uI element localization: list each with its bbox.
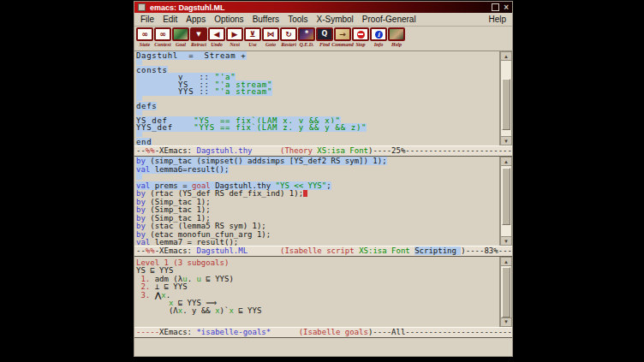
code-line — [136, 95, 499, 102]
menu-options[interactable]: Options — [214, 15, 243, 24]
scrollbar-trough[interactable] — [500, 266, 512, 317]
toolbar-restart-button[interactable]: ↻Restart — [280, 27, 297, 47]
goals-buffer-pane: Level 1 (3 subgoals)YS ⊑ YYS 1. adm (λu.… — [134, 257, 512, 327]
toolbar-command-button[interactable]: →Command — [334, 27, 351, 47]
menu-buffers[interactable]: Buffers — [253, 15, 280, 24]
toolbar-next-button[interactable]: ▶Next — [226, 27, 243, 47]
scrollbar-thumb[interactable] — [502, 79, 510, 130]
code-line: 1. adm (λu. u ⊑ YYS) — [136, 276, 499, 283]
toolbar-button-label: Context — [154, 42, 170, 47]
toolbar-button-label: Use — [248, 42, 256, 47]
maximize-button[interactable] — [492, 3, 499, 11]
emacs-window: emacs: Dagstuhl.ML × FileEditAppsOptions… — [134, 1, 513, 357]
command-icon: → — [334, 27, 351, 41]
toolbar-button-label: Find — [319, 42, 330, 47]
scroll-down-icon[interactable]: ▼ — [500, 136, 512, 145]
toolbar-qed-button[interactable]: *Q.E.D. — [298, 27, 315, 47]
menu-proof-general[interactable]: Proof-General — [362, 15, 416, 24]
toolbar-undo-button[interactable]: ◀Undo — [208, 27, 225, 47]
toolbar-info-button[interactable]: iInfo — [370, 27, 387, 47]
titlebar[interactable]: emacs: Dagstuhl.ML × — [134, 2, 512, 13]
toolbar-button-label: Goto — [265, 42, 276, 47]
toolbar-button-label: Command — [331, 42, 354, 47]
echo-area[interactable] — [134, 338, 512, 356]
window-menu-icon[interactable] — [138, 3, 146, 11]
menu-edit[interactable]: Edit — [163, 15, 177, 24]
scroll-up-icon[interactable]: ▲ — [500, 51, 512, 61]
region-highlight-stub — [136, 59, 142, 65]
toolbar-state-button[interactable]: ∞State — [136, 27, 153, 47]
toolbar-find-button[interactable]: QFind — [316, 27, 333, 47]
toolbar-button-label: Restart — [281, 42, 296, 47]
code-line: YYS_def "YYS == fix`(LAM z. y && y && z)… — [136, 124, 499, 131]
help-icon — [388, 27, 405, 41]
region-highlight-stub — [136, 131, 142, 137]
script-scrollbar: ▲ ▼ — [499, 157, 512, 246]
code-line: end — [136, 139, 499, 145]
toolbar: ∞State∞ContextGoal▼Retract◀Undo▶Next⊻Use… — [134, 27, 512, 50]
goals-scrollbar: ▲ ▼ — [499, 257, 512, 327]
modeline-goals: -----XEmacs: *isabelle-goals* (Isabelle … — [134, 327, 512, 338]
code-line: 2. ⊥ ⊑ YYS — [136, 283, 499, 291]
menu-x-symbol[interactable]: X-Symbol — [316, 15, 353, 24]
scroll-up-icon[interactable]: ▲ — [500, 157, 512, 166]
toolbar-use-button[interactable]: ⊻Use — [244, 27, 261, 47]
script-buffer-text[interactable]: by (simp_tac (simpset() addsimps [YS_def… — [134, 157, 499, 246]
scroll-up-icon[interactable]: ▲ — [500, 257, 512, 266]
menu-tools[interactable]: Tools — [288, 15, 307, 24]
next-icon: ▶ — [226, 27, 243, 41]
modeline-script: --%%-XEmacs: Dagstuhl.ML (Isabelle scrip… — [134, 246, 512, 257]
code-line: val lemma7 = result(); — [136, 239, 499, 246]
qed-icon: * — [298, 27, 315, 41]
scroll-down-icon[interactable]: ▼ — [500, 317, 512, 327]
menu-apps[interactable]: Apps — [186, 15, 206, 24]
toolbar-retract-button[interactable]: ▼Retract — [190, 27, 207, 47]
code-line: YYS :: "'a stream" — [136, 88, 499, 95]
toolbar-button-label: Undo — [211, 42, 223, 47]
text-cursor — [303, 190, 307, 197]
region-highlight-stub — [136, 110, 142, 116]
use-icon: ⊻ — [244, 27, 261, 41]
theory-buffer-pane: Dagstuhl = Stream +consts y :: "'a" YS :… — [134, 50, 512, 145]
code-line: (Λx. y && x)`x ⊑ YYS — [136, 307, 499, 315]
code-line: Dagstuhl = Stream + — [136, 52, 499, 59]
code-line: Level 1 (3 subgoals) — [136, 259, 499, 267]
modeline-theory: --%%-XEmacs: Dagstuhl.thy (Theory XS:isa… — [134, 145, 512, 157]
find-icon: Q — [316, 27, 333, 41]
toolbar-goal-button[interactable]: Goal — [172, 27, 189, 47]
scrollbar-trough[interactable] — [500, 166, 512, 236]
goals-buffer-text[interactable]: Level 1 (3 subgoals)YS ⊑ YYS 1. adm (λu.… — [134, 257, 499, 327]
menubar: FileEditAppsOptionsBuffersToolsX-SymbolP… — [134, 13, 512, 27]
menu-help[interactable]: Help — [488, 15, 506, 24]
menu-file[interactable]: File — [140, 15, 154, 24]
theory-scrollbar: ▲ ▼ — [499, 51, 512, 145]
scrollbar-thumb[interactable] — [502, 168, 510, 226]
scroll-down-icon[interactable]: ▼ — [500, 236, 512, 246]
scrollbar-trough[interactable] — [500, 61, 512, 136]
toolbar-goto-button[interactable]: ⋈Goto — [262, 27, 279, 47]
retract-icon: ▼ — [190, 27, 207, 41]
scrollbar-thumb[interactable] — [502, 267, 510, 318]
toolbar-button-label: Info — [374, 42, 384, 47]
code-line — [136, 59, 499, 66]
window-title: emacs: Dagstuhl.ML — [150, 3, 225, 12]
toolbar-button-label: Goal — [176, 42, 186, 47]
stop-icon — [352, 27, 369, 41]
code-line: defs — [136, 103, 499, 110]
toolbar-button-label: Next — [230, 42, 240, 47]
code-line: val lemma6=result(); — [136, 166, 499, 175]
toolbar-button-label: State — [140, 42, 150, 47]
toolbar-button-label: Q.E.D. — [299, 42, 313, 47]
code-line — [136, 131, 499, 138]
close-button[interactable]: × — [504, 4, 509, 10]
toolbar-stop-button[interactable]: Stop — [352, 27, 369, 47]
restart-icon: ↻ — [280, 27, 297, 41]
desktop: emacs: Dagstuhl.ML × FileEditAppsOptions… — [0, 0, 644, 362]
theory-buffer-text[interactable]: Dagstuhl = Stream +consts y :: "'a" YS :… — [134, 51, 499, 145]
titlebar-buttons: × — [492, 3, 509, 11]
toolbar-context-button[interactable]: ∞Context — [154, 27, 171, 47]
toolbar-help-button[interactable]: Help — [388, 27, 405, 47]
undo-icon: ◀ — [208, 27, 225, 41]
context-icon: ∞ — [154, 27, 171, 41]
toolbar-button-label: Stop — [355, 42, 365, 47]
